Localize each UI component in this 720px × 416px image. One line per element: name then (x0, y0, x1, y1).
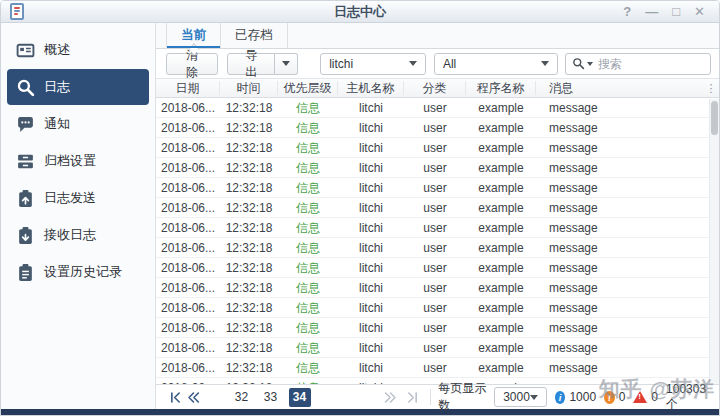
cell-host: litchi (338, 238, 404, 257)
column-header-time[interactable]: 时间 (220, 81, 278, 95)
cell-time: 12:32:18 (220, 258, 278, 277)
cell-program: example (466, 338, 536, 357)
cell-date: 2018-06... (156, 378, 220, 384)
log-row[interactable]: 2018-06...12:32:18信息litchiuserexamplemes… (156, 318, 719, 338)
page-button-34[interactable]: 34 (289, 388, 311, 407)
column-header-level[interactable]: 优先层级 (278, 81, 338, 95)
cell-level: 信息 (278, 258, 338, 277)
export-button[interactable]: 导出 (227, 53, 275, 75)
cell-message: message (536, 238, 719, 257)
last-page-button[interactable] (402, 387, 424, 407)
category-filter-select[interactable]: All (434, 53, 558, 75)
search-input[interactable] (598, 57, 704, 71)
cell-category: user (404, 258, 466, 277)
column-header-category[interactable]: 分类 (404, 81, 466, 95)
cell-category: user (404, 238, 466, 257)
log-row[interactable]: 2018-06...12:32:18信息litchiuserexamplemes… (156, 298, 719, 318)
page-button-33[interactable]: 33 (260, 388, 282, 407)
chevron-down-icon (541, 61, 549, 66)
cell-level: 信息 (278, 178, 338, 197)
export-dropdown-arrow[interactable] (275, 53, 298, 75)
log-row[interactable]: 2018-06...12:32:18信息litchiuserexamplemes… (156, 218, 719, 238)
pagination-bar: 323334 每页显示数 3000 i 1000 (156, 384, 719, 409)
warning-count: 0 (619, 390, 626, 404)
log-row[interactable]: 2018-06...12:32:18信息litchiuserexamplemes… (156, 338, 719, 358)
error-count-icon (633, 391, 647, 403)
page-size-select[interactable]: 3000 (494, 387, 547, 407)
help-icon[interactable]: ? (623, 5, 631, 18)
log-row[interactable]: 2018-06...12:32:18信息litchiuserexamplemes… (156, 118, 719, 138)
sidebar-item-history[interactable]: 设置历史记录 (7, 254, 149, 290)
prev-page-button[interactable] (184, 387, 202, 407)
drawer-icon (16, 152, 35, 171)
vertical-scrollbar[interactable] (709, 99, 719, 384)
cell-level: 信息 (278, 138, 338, 157)
search-box[interactable] (565, 53, 711, 75)
cell-date: 2018-06... (156, 258, 220, 277)
column-header-message[interactable]: 消息 (536, 81, 703, 95)
cell-category: user (404, 138, 466, 157)
cell-time: 12:32:18 (220, 298, 278, 317)
cell-date: 2018-06... (156, 318, 220, 337)
close-icon[interactable]: ✕ (694, 5, 705, 18)
cell-message: message (536, 338, 719, 357)
column-header-date[interactable]: 日期 (156, 81, 220, 95)
first-page-icon (169, 391, 182, 404)
log-row[interactable]: 2018-06...12:32:18信息litchiuserexamplemes… (156, 98, 719, 118)
cell-program: example (466, 258, 536, 277)
cell-message: message (536, 178, 719, 197)
log-row[interactable]: 2018-06...12:32:18信息litchiuserexamplemes… (156, 258, 719, 278)
last-page-icon (406, 391, 419, 404)
log-row[interactable]: 2018-06...12:32:18信息litchiuserexamplemes… (156, 158, 719, 178)
cell-time: 12:32:18 (220, 238, 278, 257)
column-header-host[interactable]: 主机名称 (338, 81, 404, 95)
maximize-icon[interactable]: □ (672, 5, 680, 18)
cell-message: message (536, 198, 719, 217)
cell-message: message (536, 278, 719, 297)
column-options-icon[interactable]: ⋮ (703, 82, 719, 95)
sidebar-item-archive-settings[interactable]: 归档设置 (7, 143, 149, 179)
cell-program: example (466, 198, 536, 217)
sidebar-item-log-sending[interactable]: 日志发送 (7, 180, 149, 216)
cell-time: 12:32:18 (220, 138, 278, 157)
cell-program: example (466, 318, 536, 337)
cell-category: user (404, 278, 466, 297)
log-row[interactable]: 2018-06...12:32:18信息litchiuserexamplemes… (156, 238, 719, 258)
idcard-icon (16, 41, 35, 60)
cell-program: example (466, 178, 536, 197)
clip-lines-icon (16, 263, 35, 282)
first-page-button[interactable] (166, 387, 184, 407)
page-button-32[interactable]: 32 (231, 388, 253, 407)
cell-host: litchi (338, 318, 404, 337)
minimize-icon[interactable]: — (645, 5, 658, 18)
cell-date: 2018-06... (156, 238, 220, 257)
sidebar-item-receive-logs[interactable]: 接收日志 (7, 217, 149, 253)
log-row[interactable]: 2018-06...12:32:18信息litchiuserexamplemes… (156, 198, 719, 218)
cell-time: 12:32:18 (220, 278, 278, 297)
cell-level: 信息 (278, 198, 338, 217)
log-row[interactable]: 2018-06...12:32:18信息litchiuserexamplemes… (156, 278, 719, 298)
cell-level: 信息 (278, 158, 338, 177)
magnifier-icon (16, 78, 35, 97)
host-filter-select[interactable]: litchi (320, 53, 426, 75)
search-options-caret-icon[interactable] (587, 62, 593, 66)
sidebar-item-overview[interactable]: 概述 (7, 32, 149, 68)
cell-level: 信息 (278, 358, 338, 377)
cell-message: message (536, 218, 719, 237)
scrollbar-thumb[interactable] (711, 101, 718, 135)
next-page-button[interactable] (380, 387, 402, 407)
category-filter-value: All (443, 57, 456, 71)
log-row[interactable]: 2018-06...12:32:18信息litchiuserexamplemes… (156, 138, 719, 158)
log-row[interactable]: 2018-06...12:32:18信息litchiuserexamplemes… (156, 358, 719, 378)
next-page-icon (384, 391, 397, 404)
cell-host: litchi (338, 298, 404, 317)
tab-archived[interactable]: 已存档 (220, 23, 288, 48)
sidebar-item-notification[interactable]: 通知 (7, 106, 149, 142)
tab-current[interactable]: 当前 (166, 23, 220, 48)
column-header-program[interactable]: 程序名称 (466, 81, 536, 95)
cell-level: 信息 (278, 338, 338, 357)
log-row[interactable]: 2018-06...12:32:18信息litchiuserexamplemes… (156, 378, 719, 384)
clear-button[interactable]: 清除 (166, 53, 218, 75)
sidebar-item-logs[interactable]: 日志 (7, 69, 149, 105)
log-row[interactable]: 2018-06...12:32:18信息litchiuserexamplemes… (156, 178, 719, 198)
